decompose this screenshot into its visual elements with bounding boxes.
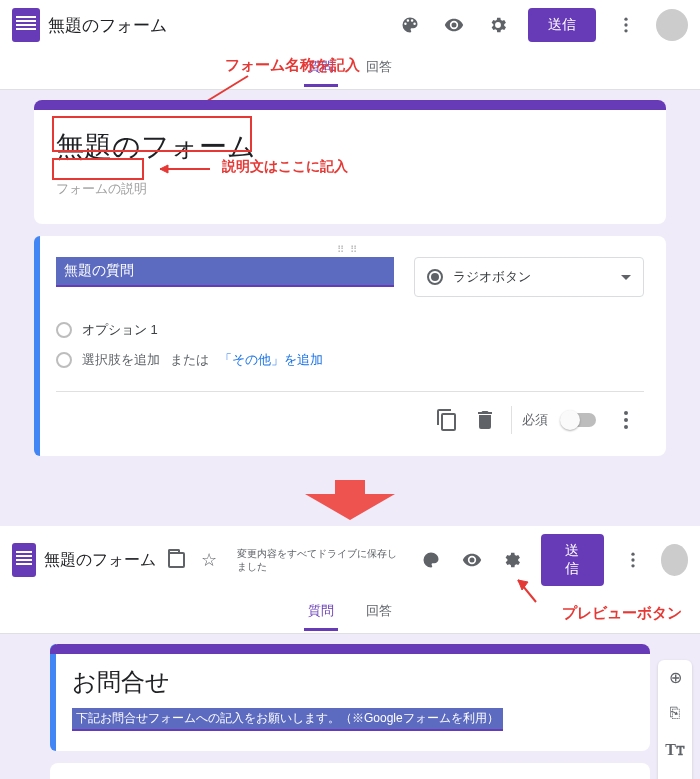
question-card[interactable]: ⠿⠿ ラジオボタン オプション 1 選択肢を追加 または 「その他」を追加 xyxy=(34,236,666,456)
delete-trash-icon[interactable] xyxy=(473,408,497,432)
form-description-input[interactable]: 下記お問合せフォームへの記入をお願いします。（※Googleフォームを利用） xyxy=(72,708,503,731)
svg-marker-6 xyxy=(160,165,168,173)
form-title-input[interactable]: お問合せ xyxy=(72,666,628,698)
more-vert-icon[interactable] xyxy=(614,13,638,37)
required-toggle[interactable] xyxy=(562,413,596,427)
svg-point-2 xyxy=(624,29,627,32)
radio-outline-icon xyxy=(56,352,72,368)
svg-point-12 xyxy=(631,558,634,561)
account-avatar[interactable] xyxy=(661,544,688,576)
app-header: 無題のフォーム 送信 xyxy=(0,0,700,50)
theme-palette-icon[interactable] xyxy=(421,548,441,572)
or-text: または xyxy=(170,351,209,369)
duplicate-icon[interactable] xyxy=(435,408,459,432)
more-vert-icon[interactable] xyxy=(622,548,642,572)
required-label: 必須 xyxy=(522,411,548,429)
forms-doc-icon[interactable] xyxy=(12,8,40,42)
option-label[interactable]: オプション 1 xyxy=(82,321,158,339)
preview-eye-icon[interactable] xyxy=(442,13,466,37)
account-avatar[interactable] xyxy=(656,9,688,41)
divider xyxy=(511,406,512,434)
radio-icon xyxy=(427,269,443,285)
preview-eye-icon[interactable] xyxy=(462,548,482,572)
form-header-card[interactable]: お問合せ 下記お問合せフォームへの記入をお願いします。（※Googleフォームを… xyxy=(50,644,650,751)
form-accent-bar xyxy=(50,644,650,654)
question-type-label: ラジオボタン xyxy=(453,268,531,286)
tab-answers[interactable]: 回答 xyxy=(362,50,396,87)
screenshot-editor-filled: 無題のフォーム ☆ 変更内容をすべてドライブに保存しました 送信 質問 回答 プ… xyxy=(0,526,700,779)
tab-answers[interactable]: 回答 xyxy=(362,594,396,631)
theme-palette-icon[interactable] xyxy=(398,13,422,37)
add-question-icon[interactable]: ⊕ xyxy=(662,664,688,690)
drag-handle-icon[interactable]: ⠿⠿ xyxy=(56,242,644,257)
star-icon[interactable]: ☆ xyxy=(201,549,217,571)
add-option-row[interactable]: 選択肢を追加 または 「その他」を追加 xyxy=(56,345,644,375)
settings-gear-icon[interactable] xyxy=(486,13,510,37)
add-title-icon[interactable]: Tᴛ xyxy=(662,736,688,762)
card-active-indicator xyxy=(50,644,56,751)
document-title[interactable]: 無題のフォーム xyxy=(44,550,156,571)
svg-marker-10 xyxy=(305,480,395,520)
annotation-desc-note: 説明文はここに記入 xyxy=(222,158,348,176)
svg-point-11 xyxy=(631,553,634,556)
send-button[interactable]: 送信 xyxy=(541,534,605,586)
floating-toolbar: ⊕ ⎘ Tᴛ ▣ ▷ ☰ xyxy=(658,660,692,779)
form-description-input[interactable]: フォームの説明 xyxy=(56,174,644,204)
screenshot-editor-initial: 無題のフォーム 送信 フォーム名称を記入 質問 回答 無題のフォーム フォームの… xyxy=(0,0,700,520)
annotation-preview-note: プレビューボタン xyxy=(562,604,682,623)
annotation-box-title xyxy=(52,116,252,152)
form-accent-bar xyxy=(34,100,666,110)
document-title[interactable]: 無題のフォーム xyxy=(48,14,167,37)
svg-point-9 xyxy=(624,425,628,429)
add-option-text[interactable]: 選択肢を追加 xyxy=(82,351,160,369)
form-header-card[interactable]: 無題のフォーム フォームの説明 説明文はここに記入 xyxy=(34,100,666,224)
svg-point-8 xyxy=(624,418,628,422)
svg-point-1 xyxy=(624,23,627,26)
chevron-down-icon xyxy=(621,275,631,280)
svg-point-7 xyxy=(624,411,628,415)
more-vert-icon[interactable] xyxy=(614,408,638,432)
annotation-arrow-desc xyxy=(154,162,214,176)
question-text-input[interactable] xyxy=(56,257,394,287)
settings-gear-icon[interactable] xyxy=(502,548,522,572)
svg-marker-15 xyxy=(518,580,528,590)
question-card[interactable]: 無題の質問 オプション 1 xyxy=(50,763,650,779)
annotation-box-desc xyxy=(52,158,144,180)
radio-outline-icon xyxy=(56,322,72,338)
question-type-select[interactable]: ラジオボタン xyxy=(414,257,644,297)
add-image-icon[interactable]: ▣ xyxy=(662,772,688,779)
tab-questions[interactable]: 質問 xyxy=(304,594,338,631)
import-questions-icon[interactable]: ⎘ xyxy=(662,700,688,726)
annotation-arrow-preview xyxy=(514,576,544,606)
option-row[interactable]: オプション 1 xyxy=(56,315,644,345)
save-status-text: 変更内容をすべてドライブに保存しました xyxy=(237,547,399,573)
big-down-arrow xyxy=(305,480,395,520)
svg-point-0 xyxy=(624,18,627,21)
move-folder-icon[interactable] xyxy=(168,552,186,568)
card-active-indicator xyxy=(34,236,40,456)
forms-doc-icon[interactable] xyxy=(12,543,36,577)
svg-point-13 xyxy=(631,564,634,567)
send-button[interactable]: 送信 xyxy=(528,8,596,42)
app-header: 無題のフォーム ☆ 変更内容をすべてドライブに保存しました 送信 xyxy=(0,526,700,594)
add-other-link[interactable]: 「その他」を追加 xyxy=(219,351,323,369)
